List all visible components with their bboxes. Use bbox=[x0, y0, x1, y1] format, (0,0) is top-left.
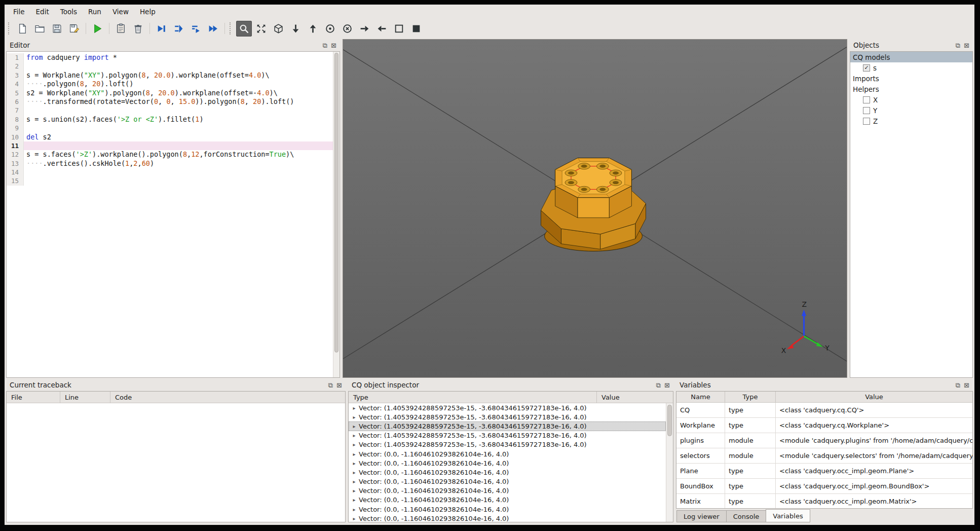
code-line[interactable]: 13····.vertices().cskHole(1,2,60) bbox=[7, 159, 333, 168]
dock-float-icon[interactable]: ⧉ bbox=[656, 382, 661, 388]
code-line[interactable]: 12s = s.faces('>Z').workplane().polygon(… bbox=[7, 150, 333, 159]
inspector-row[interactable]: ▸Vector: (0.0, -1.1604610293826104e-16, … bbox=[349, 495, 666, 505]
menu-run[interactable]: Run bbox=[83, 6, 107, 17]
variable-row[interactable]: Planetype<class 'cadquery.occ_impl.geom.… bbox=[676, 464, 972, 479]
traceback-col-file[interactable]: File bbox=[7, 392, 60, 403]
dock-close-icon[interactable]: ⊠ bbox=[664, 382, 670, 388]
editor-scrollbar[interactable] bbox=[333, 52, 340, 377]
inspector-row[interactable]: ▸Vector: (1.4053924288597253e-15, -3.680… bbox=[349, 412, 666, 421]
expand-arrow-icon[interactable]: ▸ bbox=[351, 461, 357, 466]
cad-model[interactable] bbox=[541, 158, 646, 251]
code-line[interactable]: 8s = s.union(s2).faces('>Z or <Z').fille… bbox=[7, 115, 333, 124]
fit-all-icon[interactable] bbox=[253, 21, 269, 37]
checkbox-s[interactable]: ✓ bbox=[863, 64, 870, 72]
viewport-canvas[interactable]: X Y Z bbox=[343, 40, 847, 377]
wireframe-icon[interactable] bbox=[391, 21, 407, 37]
expand-arrow-icon[interactable]: ▸ bbox=[351, 497, 357, 503]
variable-row[interactable]: selectorsmodule<module 'cadquery.selecto… bbox=[676, 448, 972, 464]
inspector-row[interactable]: ▸Vector: (0.0, -1.1604610293826104e-16, … bbox=[349, 468, 666, 477]
continue-icon[interactable] bbox=[205, 21, 221, 37]
delete-icon[interactable] bbox=[130, 21, 146, 37]
new-file-icon[interactable] bbox=[15, 21, 30, 37]
variables-col-name[interactable]: Name bbox=[676, 392, 725, 402]
render-icon[interactable] bbox=[90, 21, 105, 37]
inspector-row[interactable]: ▸Vector: (0.0, -1.1604610293826104e-16, … bbox=[349, 486, 666, 495]
dock-float-icon[interactable]: ⧉ bbox=[323, 42, 327, 49]
expand-arrow-icon[interactable]: ▸ bbox=[351, 479, 357, 484]
right-view-icon[interactable] bbox=[374, 21, 390, 37]
code-line[interactable]: 15 bbox=[7, 176, 333, 185]
variables-col-type[interactable]: Type bbox=[725, 392, 776, 402]
step-in-icon[interactable] bbox=[171, 21, 186, 37]
tree-item-y[interactable]: Y bbox=[850, 105, 972, 116]
inspector-row[interactable]: ▸Vector: (1.4053924288597253e-15, -3.680… bbox=[349, 440, 666, 449]
debug-icon[interactable] bbox=[113, 21, 129, 37]
inspector-col-value[interactable]: Value bbox=[597, 392, 673, 403]
expand-arrow-icon[interactable]: ▸ bbox=[351, 507, 357, 512]
save-icon[interactable] bbox=[49, 21, 65, 37]
inspector-row[interactable]: ▸Vector: (0.0, -1.1604610293826104e-16, … bbox=[349, 505, 666, 514]
inspector-row[interactable]: ▸Vector: (1.4053924288597253e-15, -3.680… bbox=[349, 403, 666, 412]
inspector-row[interactable]: ▸Vector: (1.4053924288597253e-15, -3.680… bbox=[349, 431, 666, 440]
code-line[interactable]: 6····.transformed(rotate=Vector(0, 0, 15… bbox=[7, 97, 333, 106]
menu-tools[interactable]: Tools bbox=[55, 6, 83, 17]
inspector-row[interactable]: ▸Vector: (0.0, -1.1604610293826104e-16, … bbox=[349, 449, 666, 458]
inspector-row[interactable]: ▸Vector: (0.0, -1.1604610293826104e-16, … bbox=[349, 477, 666, 486]
viewport-3d[interactable]: X Y Z bbox=[343, 39, 847, 378]
traceback-col-code[interactable]: Code bbox=[110, 392, 345, 403]
dock-float-icon[interactable]: ⧉ bbox=[956, 42, 960, 49]
code-area[interactable]: 1from cadquery import *23s = Workplane("… bbox=[7, 52, 333, 377]
code-line[interactable]: 9 bbox=[7, 124, 333, 132]
back-view-icon[interactable] bbox=[305, 21, 321, 37]
expand-arrow-icon[interactable]: ▸ bbox=[351, 405, 357, 411]
expand-arrow-icon[interactable]: ▸ bbox=[351, 423, 357, 429]
inspector-col-type[interactable]: Type bbox=[349, 392, 597, 403]
menu-file[interactable]: File bbox=[8, 6, 30, 17]
code-line[interactable]: 2 bbox=[7, 62, 333, 70]
checkbox-x[interactable] bbox=[863, 96, 870, 103]
dock-float-icon[interactable]: ⧉ bbox=[956, 382, 960, 388]
dock-float-icon[interactable]: ⧉ bbox=[328, 382, 333, 388]
tree-item-x[interactable]: X bbox=[850, 94, 972, 105]
tab-console[interactable]: Console bbox=[726, 510, 767, 522]
inspector-row[interactable]: ▸Vector: (1.4053924288597253e-15, -3.680… bbox=[349, 421, 666, 431]
code-line[interactable]: 4····.polygon(8, 20).loft() bbox=[7, 80, 333, 88]
checkbox-z[interactable] bbox=[863, 118, 870, 125]
variable-row[interactable]: BoundBoxtype<class 'cadquery.occ_impl.ge… bbox=[676, 479, 972, 494]
variable-row[interactable]: pluginsmodule<module 'cadquery.plugins' … bbox=[676, 433, 972, 448]
step-return-icon[interactable] bbox=[188, 21, 204, 37]
bottom-view-icon[interactable] bbox=[340, 21, 355, 37]
open-file-icon[interactable] bbox=[32, 21, 48, 37]
expand-arrow-icon[interactable]: ▸ bbox=[351, 442, 357, 447]
inspector-scrollbar[interactable] bbox=[666, 403, 673, 522]
expand-arrow-icon[interactable]: ▸ bbox=[351, 451, 357, 457]
expand-arrow-icon[interactable]: ▸ bbox=[351, 433, 357, 438]
tree-item-cq-models[interactable]: CQ models bbox=[850, 52, 972, 62]
dock-close-icon[interactable]: ⊠ bbox=[964, 382, 969, 388]
variables-col-value[interactable]: Value bbox=[776, 392, 972, 402]
shaded-icon[interactable] bbox=[408, 21, 424, 37]
tab-variables[interactable]: Variables bbox=[766, 509, 810, 522]
dock-close-icon[interactable]: ⊠ bbox=[964, 42, 969, 49]
front-view-icon[interactable] bbox=[288, 21, 304, 37]
tree-item-z[interactable]: Z bbox=[850, 116, 972, 126]
expand-arrow-icon[interactable]: ▸ bbox=[351, 414, 357, 420]
editor-scrollbar-thumb[interactable] bbox=[334, 53, 338, 352]
menu-view[interactable]: View bbox=[107, 6, 134, 17]
top-view-icon[interactable] bbox=[322, 21, 338, 37]
expand-arrow-icon[interactable]: ▸ bbox=[351, 470, 357, 475]
tree-item-helpers[interactable]: Helpers bbox=[850, 84, 972, 94]
variable-row[interactable]: CQtype<class 'cadquery.cq.CQ'> bbox=[676, 403, 972, 418]
menu-edit[interactable]: Edit bbox=[30, 6, 55, 17]
variable-row[interactable]: Workplanetype<class 'cadquery.cq.Workpla… bbox=[676, 418, 972, 433]
step-icon[interactable] bbox=[154, 21, 169, 37]
toolbar-grip[interactable] bbox=[230, 22, 233, 34]
code-line[interactable]: 5s2 = Workplane("XY").polygon(8, 20.0).w… bbox=[7, 89, 333, 97]
expand-arrow-icon[interactable]: ▸ bbox=[351, 516, 357, 521]
iso-view-icon[interactable] bbox=[271, 21, 286, 37]
code-line[interactable]: 11 bbox=[7, 141, 333, 150]
code-line[interactable]: 14 bbox=[7, 168, 333, 176]
inspector-row[interactable]: ▸Vector: (0.0, -1.1604610293826104e-16, … bbox=[349, 514, 666, 522]
inspector-row[interactable]: ▸Vector: (0.0, -1.1604610293826104e-16, … bbox=[349, 458, 666, 468]
tree-item-imports[interactable]: Imports bbox=[850, 73, 972, 84]
